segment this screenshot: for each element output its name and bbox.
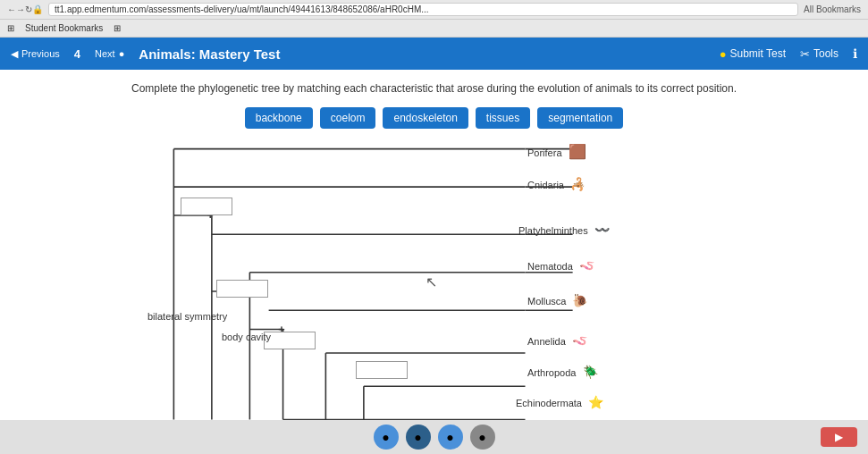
dropzone-body-cavity[interactable] <box>264 332 316 349</box>
taskbar-icon-3[interactable]: ● <box>438 425 463 450</box>
tile-tissues[interactable]: tissues <box>476 107 530 129</box>
next-button[interactable]: Next ● <box>95 48 124 59</box>
instructions-text: Complete the phylogenetic tree by matchi… <box>18 82 850 95</box>
tile-endoskeleton[interactable]: endoskeleton <box>383 107 468 129</box>
nav-back-icon[interactable]: ← <box>7 4 16 14</box>
page-title: Animals: Mastery Test <box>139 46 704 62</box>
previous-label: Previous <box>21 48 60 59</box>
nematoda-label: Nematoda <box>527 261 573 272</box>
cursor-icon: ↖ <box>426 273 437 290</box>
dropzone-bilateral[interactable] <box>216 280 268 298</box>
page-number: 4 <box>74 47 80 61</box>
student-bookmarks-label[interactable]: Student Bookmarks <box>25 23 103 33</box>
browser-bar: ← → ↻ 🔒 tt1.app.edmentum.com/assessments… <box>0 0 868 20</box>
phylogenetic-tree: + + + + bilateral symmetry body cavity P… <box>18 139 850 443</box>
next-label: Next <box>95 48 115 59</box>
prev-arrow-icon: ◀ <box>11 48 18 60</box>
taxon-nematoda: Nematoda 🪱 <box>527 258 594 273</box>
taxon-annelida: Annelida 🪱 <box>527 333 587 348</box>
main-content: Complete the phylogenetic tree by matchi… <box>0 70 868 454</box>
bookmarks-bar: ⊞ Student Bookmarks ⊞ <box>0 20 868 38</box>
bilateral-symmetry-label: bilateral symmetry <box>147 311 227 322</box>
porifera-label: Porifera <box>527 147 562 158</box>
tools-icon: ✂ <box>800 47 810 61</box>
dropzone-annelida-arthro[interactable] <box>356 361 408 379</box>
taxon-echinodermata: Echinodermata ⭐ <box>516 395 603 409</box>
answer-tiles-container: backbone coelom endoskeleton tissues seg… <box>18 107 850 129</box>
tile-coelom[interactable]: coelom <box>320 107 376 129</box>
app-header: ◀ Previous 4 Next ● Animals: Mastery Tes… <box>0 38 868 70</box>
platyhelminthes-label: Platyhelminthes <box>518 225 588 236</box>
submit-test-button[interactable]: ● Submit Test <box>720 47 786 61</box>
next-circle-icon: ● <box>119 48 125 59</box>
mollusca-label: Mollusca <box>527 296 566 307</box>
echinodermata-label: Echinodermata <box>516 398 582 408</box>
annelida-label: Annelida <box>527 336 566 347</box>
taxon-mollusca: Mollusca 🐌 <box>527 293 587 307</box>
tools-label: Tools <box>813 47 839 60</box>
taxon-cnidaria: Cnidaria 🦂 <box>527 177 586 191</box>
cnidaria-label: Cnidaria <box>527 180 564 190</box>
taskbar-action-button[interactable]: ▶ <box>821 427 857 447</box>
body-cavity-label: body cavity <box>222 332 271 342</box>
tools-button[interactable]: ✂ Tools <box>800 47 839 61</box>
tree-svg: + + + + <box>107 139 715 443</box>
taxon-porifera: Porifera 🟫 <box>527 143 586 160</box>
refresh-icon[interactable]: ↻ <box>25 4 32 14</box>
taskbar: ● ● ● ● ▶ <box>0 420 868 454</box>
previous-button[interactable]: ◀ Previous <box>11 48 60 60</box>
tile-backbone[interactable]: backbone <box>245 107 313 129</box>
arthropoda-label: Arthropoda <box>527 367 576 378</box>
dropzone-tissues[interactable] <box>181 198 232 215</box>
student-bookmarks-icon: ⊞ <box>7 23 14 33</box>
url-bar[interactable]: tt1.app.edmentum.com/assessments-deliver… <box>48 3 798 16</box>
info-icon[interactable]: ℹ <box>853 46 857 61</box>
submit-icon: ● <box>720 47 727 61</box>
taskbar-icon-4[interactable]: ● <box>470 425 495 450</box>
taxon-arthropoda: Arthropoda 🪲 <box>527 365 598 379</box>
all-bookmarks-link[interactable]: All Bookmarks <box>804 4 861 14</box>
taxon-platyhelminthes: Platyhelminthes 〰️ <box>518 223 610 237</box>
address-icon: 🔒 <box>32 4 43 14</box>
submit-label: Submit Test <box>730 47 786 60</box>
taskbar-icon-1[interactable]: ● <box>374 425 399 450</box>
tile-segmentation[interactable]: segmentation <box>537 107 623 129</box>
taskbar-icon-2[interactable]: ● <box>406 425 431 450</box>
bookmarks-grid-icon: ⊞ <box>114 23 121 33</box>
nav-forward-icon[interactable]: → <box>16 4 25 14</box>
